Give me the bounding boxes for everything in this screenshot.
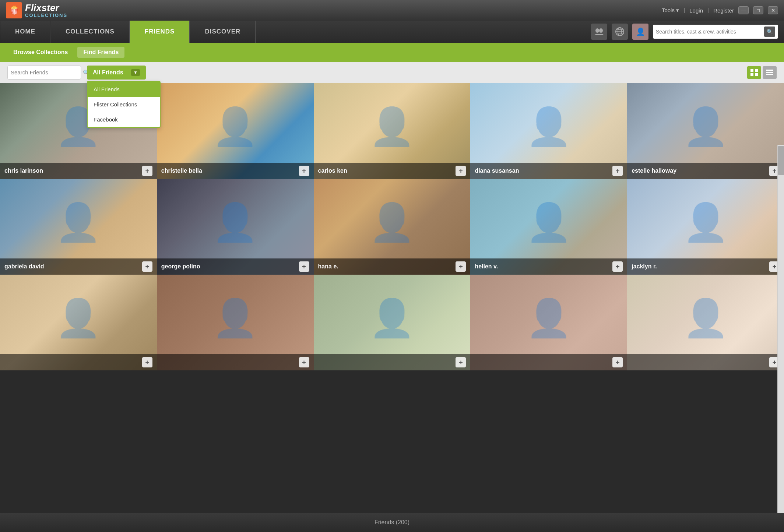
add-friend-button[interactable]: +	[612, 261, 623, 272]
nav-tab-collections[interactable]: COLLECTIONS	[50, 21, 130, 43]
toolbar: 🔍 All Friends ▼ All Friends Flister Coll…	[0, 62, 784, 83]
friend-card[interactable]: hana e. +	[314, 179, 471, 275]
friends-count: Friends (200)	[375, 519, 409, 526]
status-bar: Friends (200)	[0, 513, 784, 532]
svg-point-1	[599, 28, 603, 33]
svg-rect-9	[750, 73, 753, 76]
grid-view-button[interactable]	[747, 66, 761, 79]
sub-nav: Browse Collections Find Friends	[0, 43, 784, 62]
scrollbar-thumb[interactable]	[778, 146, 784, 175]
svg-rect-10	[755, 73, 758, 76]
friend-name: hana e.	[318, 263, 338, 270]
search-friends-input[interactable]	[11, 69, 81, 75]
friend-name: hellen v.	[475, 263, 498, 270]
title-bar-left: 🍿 Flixster COLLECTIONS	[6, 2, 67, 18]
add-friend-button[interactable]: +	[612, 166, 623, 176]
friend-name: christelle bella	[161, 168, 202, 174]
friend-card[interactable]: +	[157, 275, 314, 370]
app-subtitle: COLLECTIONS	[25, 13, 67, 18]
dropdown-item-all[interactable]: All Friends	[88, 82, 160, 97]
svg-rect-11	[766, 70, 773, 71]
scrollbar[interactable]	[777, 145, 784, 513]
friend-name: george polino	[161, 263, 200, 270]
friend-card[interactable]: estelle halloway +	[627, 83, 784, 179]
maximize-button[interactable]: □	[753, 6, 763, 14]
nav-bar: HOME COLLECTIONS FRIENDS DISCOVER	[0, 21, 784, 43]
friend-name: chris larinson	[4, 168, 43, 174]
friend-name: gabriela david	[4, 263, 44, 270]
minimize-button[interactable]: —	[738, 6, 749, 14]
search-friends-box: 🔍	[7, 66, 81, 80]
friend-card[interactable]: christelle bella +	[157, 83, 314, 179]
filter-dropdown: All Friends ▼ All Friends Flister Collec…	[87, 66, 146, 80]
nav-tab-friends[interactable]: FRIENDS	[130, 21, 190, 43]
friend-card[interactable]: hellen v. +	[470, 179, 627, 275]
toolbar-right	[747, 66, 777, 79]
add-friend-button[interactable]: +	[142, 261, 152, 272]
add-friend-button[interactable]: +	[299, 261, 309, 272]
dropdown-arrow-icon: ▼	[131, 69, 140, 76]
add-friend-button[interactable]: +	[299, 166, 309, 176]
dropdown-menu: All Friends Flister Collections Facebook	[87, 81, 161, 128]
svg-rect-12	[766, 72, 773, 73]
friend-card[interactable]: carlos ken +	[314, 83, 471, 179]
svg-rect-8	[755, 69, 758, 72]
add-friend-button[interactable]: +	[142, 166, 152, 176]
login-link[interactable]: Login	[689, 7, 703, 14]
friend-card[interactable]: diana susansan +	[470, 83, 627, 179]
global-search-input[interactable]	[656, 29, 764, 35]
nav-right: 👤 🔍	[591, 21, 784, 43]
logo-text-group: Flixster COLLECTIONS	[25, 3, 67, 18]
add-friend-button[interactable]: +	[456, 357, 466, 367]
friend-name: carlos ken	[318, 168, 347, 174]
friends-icon-btn[interactable]	[591, 24, 607, 40]
nav-tab-discover[interactable]: DISCOVER	[190, 21, 256, 43]
subnav-browse[interactable]: Browse Collections	[7, 47, 74, 58]
add-friend-button[interactable]: +	[456, 261, 466, 272]
dropdown-item-flixster[interactable]: Flister Collections	[88, 97, 160, 112]
svg-rect-7	[750, 69, 753, 72]
filter-button[interactable]: All Friends ▼	[87, 66, 146, 80]
svg-point-0	[595, 28, 599, 33]
subnav-find[interactable]: Find Friends	[77, 47, 124, 58]
globe-icon-btn[interactable]	[612, 24, 628, 40]
add-friend-button[interactable]: +	[612, 357, 623, 367]
logo-icon: 🍿	[6, 2, 22, 18]
user-avatar[interactable]: 👤	[632, 24, 648, 40]
title-bar: 🍿 Flixster COLLECTIONS Tools ▾ | Login |…	[0, 0, 784, 21]
friend-name: estelle halloway	[632, 168, 676, 174]
friend-card[interactable]: +	[470, 275, 627, 370]
friend-name: diana susansan	[475, 168, 519, 174]
register-link[interactable]: Register	[713, 7, 734, 14]
friend-card[interactable]: george polino +	[157, 179, 314, 275]
add-friend-button[interactable]: +	[142, 357, 152, 367]
list-view-button[interactable]	[763, 66, 777, 79]
nav-tab-home[interactable]: HOME	[0, 21, 50, 43]
logo-area: 🍿 Flixster COLLECTIONS	[6, 2, 67, 18]
friend-card[interactable]: jacklyn r. +	[627, 179, 784, 275]
friend-card[interactable]: +	[627, 275, 784, 370]
friend-card[interactable]: +	[0, 275, 157, 370]
add-friend-button[interactable]: +	[456, 166, 466, 176]
app-title: Flixster	[25, 3, 67, 13]
friend-card[interactable]: gabriela david +	[0, 179, 157, 275]
main-content: chris larinson + christelle bella + carl…	[0, 83, 784, 532]
dropdown-item-facebook[interactable]: Facebook	[88, 112, 160, 127]
svg-rect-13	[766, 74, 773, 75]
global-search-bar: 🔍	[653, 25, 778, 39]
close-button[interactable]: ✕	[768, 6, 778, 14]
tools-menu[interactable]: Tools ▾	[662, 7, 679, 14]
title-bar-right: Tools ▾ | Login | Register — □ ✕	[662, 6, 778, 14]
friend-card[interactable]: +	[314, 275, 471, 370]
add-friend-button[interactable]: +	[299, 357, 309, 367]
friend-name: jacklyn r.	[632, 263, 657, 270]
global-search-button[interactable]: 🔍	[764, 27, 775, 37]
